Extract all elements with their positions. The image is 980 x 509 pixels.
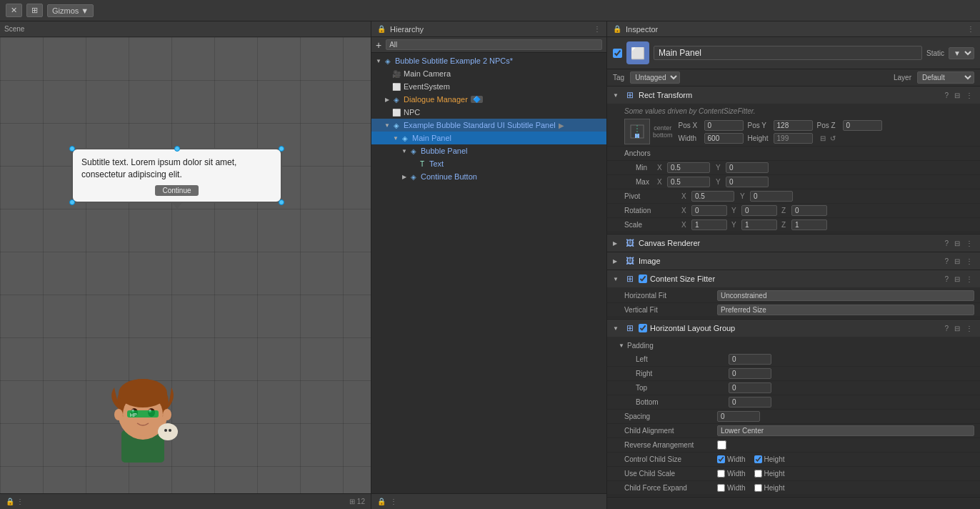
- anchors-min-y[interactable]: [726, 162, 769, 173]
- scene-canvas[interactable]: Subtitle text. Lorem ipsum dolor sit ame…: [0, 37, 371, 509]
- child-force-expand-height[interactable]: [754, 484, 762, 492]
- csf-menu[interactable]: ⋮: [964, 275, 974, 283]
- horizontal-fit-select[interactable]: Unconstrained: [717, 290, 974, 301]
- tree-item-npc[interactable]: ⬜ NPC: [371, 106, 606, 119]
- rotation-y[interactable]: [741, 205, 777, 216]
- scale-btn[interactable]: ⊟: [820, 134, 826, 142]
- rect-transform-header[interactable]: ⊞ Rect Transform ? ⊟ ⋮: [607, 87, 980, 104]
- hlg-help[interactable]: ?: [943, 325, 950, 332]
- rotate-btn[interactable]: ↺: [830, 134, 836, 142]
- hierarchy-search[interactable]: [386, 39, 602, 50]
- hierarchy-add-btn[interactable]: +: [376, 39, 381, 51]
- rect-transform-preset[interactable]: ⊟: [953, 92, 961, 99]
- hierarchy-lock-icon: 🔒: [377, 25, 386, 33]
- image-menu[interactable]: ⋮: [964, 257, 974, 265]
- content-size-fitter-header[interactable]: ⊞ Content Size Fitter ? ⊟ ⋮: [607, 270, 980, 287]
- image-help[interactable]: ?: [943, 257, 950, 265]
- gizmos-dropdown[interactable]: Gizmos ▼: [47, 4, 94, 17]
- use-child-scale-height[interactable]: [754, 470, 762, 478]
- child-force-expand-width[interactable]: [717, 484, 725, 492]
- hierarchy-menu-icon[interactable]: ⋮: [594, 25, 601, 33]
- padding-right-input[interactable]: [729, 368, 771, 379]
- spacing-label: Spacing: [624, 412, 717, 420]
- tool-btn-cross[interactable]: ✕: [6, 4, 22, 17]
- canvas-renderer-header[interactable]: 🖼 Canvas Renderer ? ⊟ ⋮: [607, 234, 980, 252]
- width-input[interactable]: [704, 133, 744, 144]
- anchors-max-x[interactable]: [667, 177, 710, 187]
- tree-item-example-bubble[interactable]: ◈ Example Bubble Standard UI Subtitle Pa…: [371, 119, 606, 132]
- hlg-header[interactable]: ⊞ Horizontal Layout Group ? ⊟ ⋮: [607, 320, 980, 337]
- rect-transform-help[interactable]: ?: [943, 92, 950, 99]
- control-child-size-width[interactable]: [717, 455, 725, 463]
- reverse-arrangement-checkbox[interactable]: [717, 440, 726, 450]
- scale-y[interactable]: [741, 219, 777, 230]
- tree-item-main-panel[interactable]: ◈ Main Panel: [371, 132, 606, 144]
- scale-x[interactable]: [691, 219, 727, 230]
- layer-select[interactable]: Default: [917, 71, 974, 84]
- tree-item-continue-button[interactable]: ◈ Continue Button: [371, 170, 606, 183]
- tool-btn-move[interactable]: ⊞: [26, 4, 43, 17]
- inspector-menu-icon[interactable]: ⋮: [967, 25, 974, 33]
- hierarchy-tree[interactable]: ◈ Bubble Subtitle Example 2 NPCs* 🎥 Main…: [371, 53, 606, 493]
- image-preset[interactable]: ⊟: [953, 257, 961, 265]
- scale-z[interactable]: [791, 219, 827, 230]
- scale-row: Scale X Y Z: [607, 218, 980, 232]
- inspector-content[interactable]: ⬜ Static ▼ Tag Untagged Layer Default: [607, 37, 980, 509]
- pos-x-input[interactable]: [704, 120, 744, 131]
- csf-help[interactable]: ?: [943, 275, 950, 283]
- continue-button[interactable]: Continue: [155, 185, 198, 196]
- padding-left-row: Left: [607, 352, 980, 367]
- use-child-scale-width[interactable]: [717, 470, 725, 478]
- csf-enabled[interactable]: [639, 275, 647, 283]
- canvas-renderer-menu[interactable]: ⋮: [964, 239, 974, 247]
- anchors-max-y[interactable]: [726, 177, 769, 187]
- padding-bottom-input[interactable]: [729, 397, 771, 407]
- scale-y-label: Y: [731, 221, 741, 229]
- use-child-scale-height-label: Height: [764, 470, 785, 478]
- pivot-y[interactable]: [750, 191, 793, 202]
- tag-select[interactable]: Untagged: [630, 71, 680, 84]
- handle-tl[interactable]: [69, 146, 75, 152]
- pos-y-input[interactable]: [774, 120, 813, 131]
- rotation-z[interactable]: [791, 205, 827, 216]
- anchors-min-x[interactable]: [667, 162, 710, 173]
- vertical-fit-select[interactable]: Preferred Size: [717, 305, 974, 315]
- tree-item-dialogue-manager[interactable]: ◈ Dialogue Manager 🔷: [371, 93, 606, 106]
- height-input[interactable]: [774, 133, 813, 144]
- anchors-label: Anchors: [624, 149, 717, 157]
- child-alignment-select[interactable]: Lower Center: [717, 425, 974, 436]
- control-child-size-height[interactable]: [754, 455, 762, 463]
- tree-item-bubble-subtitle[interactable]: ◈ Bubble Subtitle Example 2 NPCs*: [371, 54, 606, 67]
- pivot-x[interactable]: [691, 191, 734, 202]
- padding-left-input[interactable]: [729, 354, 771, 365]
- handle-br[interactable]: [279, 199, 284, 205]
- canvas-renderer-help[interactable]: ?: [943, 239, 950, 247]
- csf-preset[interactable]: ⊟: [953, 275, 961, 283]
- handle-tr[interactable]: [279, 146, 284, 152]
- handle-tm[interactable]: [174, 146, 180, 152]
- static-dropdown[interactable]: ▼: [949, 47, 974, 59]
- object-name-input[interactable]: [654, 46, 922, 60]
- spacing-input[interactable]: [717, 411, 760, 422]
- tree-item-text[interactable]: T Text: [371, 157, 606, 170]
- hlg-menu[interactable]: ⋮: [964, 325, 974, 332]
- rotation-x[interactable]: [691, 205, 727, 216]
- image-header[interactable]: 🖼 Image ? ⊟ ⋮: [607, 252, 980, 270]
- image-name: Image: [639, 257, 940, 265]
- width-label: Width: [679, 134, 700, 142]
- reverse-arrangement-row: Reverse Arrangement: [607, 438, 980, 453]
- pos-z-input[interactable]: [843, 120, 882, 131]
- tree-item-bubble-panel[interactable]: ◈ Bubble Panel: [371, 144, 606, 157]
- hlg-preset[interactable]: ⊟: [953, 325, 961, 332]
- rotation-label: Rotation: [624, 207, 681, 214]
- handle-bl[interactable]: [69, 199, 75, 205]
- object-enabled-checkbox[interactable]: [613, 49, 622, 58]
- svg-text:HP: HP: [130, 412, 137, 417]
- padding-top-input[interactable]: [729, 382, 771, 393]
- rect-transform-menu[interactable]: ⋮: [964, 92, 974, 99]
- rect-transform-info: Some values driven by ContentSizeFitter.: [607, 105, 980, 117]
- hlg-enabled[interactable]: [639, 324, 647, 332]
- tree-item-main-camera[interactable]: 🎥 Main Camera: [371, 67, 606, 80]
- canvas-renderer-preset[interactable]: ⊟: [953, 239, 961, 247]
- tree-item-eventsystem[interactable]: ⬜ EventSystem: [371, 80, 606, 93]
